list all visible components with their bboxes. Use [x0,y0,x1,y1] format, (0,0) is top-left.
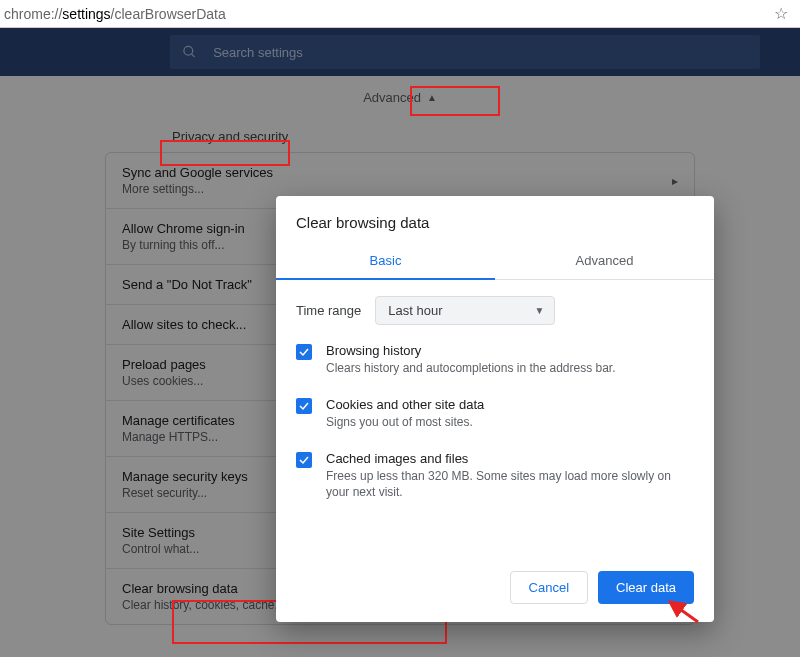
time-range-select[interactable]: Last hour ▼ [375,296,555,325]
advanced-label: Advanced [363,90,421,105]
chevron-up-icon: ▲ [427,92,437,103]
url-host: settings [62,6,110,22]
chevron-down-icon: ▼ [534,305,544,316]
address-bar: chrome://settings/clearBrowserData ☆ [0,0,800,28]
url-scheme: chrome:// [4,6,62,22]
time-range-value: Last hour [388,303,442,318]
tab-advanced[interactable]: Advanced [495,245,714,279]
svg-line-1 [191,54,194,57]
option-title: Browsing history [326,343,616,358]
dialog-title: Clear browsing data [276,196,714,245]
clear-browsing-data-dialog: Clear browsing data Basic Advanced Time … [276,196,714,622]
search-settings-field[interactable] [170,35,760,69]
clear-option: Cached images and filesFrees up less tha… [276,441,714,512]
option-subtitle: Clears history and autocompletions in th… [326,360,616,377]
tab-basic[interactable]: Basic [276,245,495,280]
settings-header [0,28,800,76]
search-input[interactable] [213,45,748,60]
option-title: Cached images and files [326,451,694,466]
time-range-label: Time range [296,303,361,318]
dialog-tabs: Basic Advanced [276,245,714,280]
option-subtitle: Signs you out of most sites. [326,414,484,431]
cancel-button[interactable]: Cancel [510,571,588,604]
checkbox[interactable] [296,344,312,360]
bookmark-star-icon[interactable]: ☆ [774,4,788,23]
option-subtitle: Frees up less than 320 MB. Some sites ma… [326,468,694,502]
annotation-arrow-icon [662,596,702,626]
svg-point-0 [184,46,193,55]
clear-option: Cookies and other site dataSigns you out… [276,387,714,441]
url-path: /clearBrowserData [111,6,226,22]
row-title: Sync and Google services [122,165,672,180]
checkbox[interactable] [296,398,312,414]
url-text[interactable]: chrome://settings/clearBrowserData [4,6,226,22]
clear-option: Browsing historyClears history and autoc… [276,333,714,387]
search-icon [182,44,197,60]
checkbox[interactable] [296,452,312,468]
chevron-right-icon: ▸ [672,174,678,188]
row-subtitle: More settings... [122,182,672,196]
option-title: Cookies and other site data [326,397,484,412]
advanced-toggle[interactable]: Advanced ▲ [363,90,437,105]
section-heading-privacy: Privacy and security [0,119,800,152]
